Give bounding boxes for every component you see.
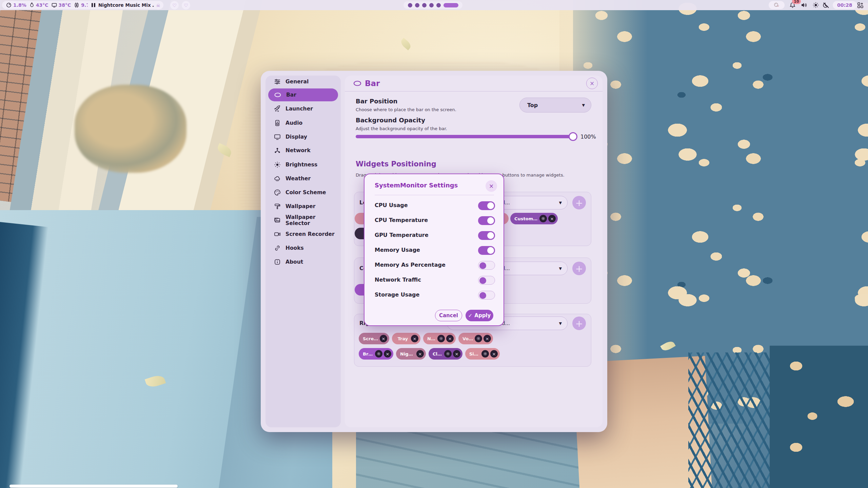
widget-settings-button[interactable]: [375, 350, 382, 358]
cancel-button[interactable]: Cancel: [435, 310, 462, 321]
chevron-down-icon: ▼: [559, 201, 562, 205]
workspace-dot[interactable]: [429, 3, 434, 7]
media-player-pill[interactable]: Nightcore Music Mix 20…: [87, 1, 163, 9]
toggle-cpu-usage[interactable]: [478, 201, 495, 210]
sidebar-item-weather[interactable]: Weather: [268, 172, 338, 185]
gear-icon: [377, 352, 381, 356]
monitor-icon: [52, 2, 57, 8]
apply-button[interactable]: ✓ Apply: [466, 310, 493, 321]
toggle-memory-usage[interactable]: [478, 246, 495, 255]
widget-remove-button[interactable]: ×: [446, 335, 454, 342]
widget-settings-button[interactable]: [481, 350, 489, 358]
sidebar-item-brightness[interactable]: Brightness: [268, 158, 338, 171]
widget-chip-custombutton[interactable]: CustomButt… ×: [510, 213, 558, 224]
widget-remove-button[interactable]: ×: [416, 350, 424, 358]
widget-chip-nightlight[interactable]: NightLight ×: [396, 348, 426, 360]
workspace-dot[interactable]: [422, 3, 427, 7]
brightness-button[interactable]: [811, 0, 821, 10]
check-icon: ✓: [468, 312, 473, 319]
toggle-knob: [479, 292, 486, 299]
widget-remove-button[interactable]: ×: [384, 350, 391, 358]
right-widgets-add-button[interactable]: +: [572, 317, 586, 330]
grid-plus-icon: [857, 2, 864, 8]
opacity-slider-knob[interactable]: [569, 132, 577, 141]
widget-remove-button[interactable]: ×: [411, 335, 418, 342]
info-icon: [274, 259, 281, 265]
widget-settings-button[interactable]: [444, 350, 452, 358]
workspace-active-dot[interactable]: [443, 3, 458, 7]
workspace-dot[interactable]: [436, 3, 441, 7]
sidebar-item-display[interactable]: Display: [268, 130, 338, 143]
workspace-dot[interactable]: [408, 3, 412, 7]
toggle-label-cpu-temperature: CPU Temperature: [375, 217, 428, 223]
close-icon: ×: [492, 351, 496, 357]
tray-app-icon: [774, 2, 780, 8]
toggle-gpu-temperature[interactable]: [478, 231, 495, 240]
sliders-icon: [274, 78, 281, 85]
widget-chip-notifications[interactable]: Notification… ×: [423, 333, 456, 344]
video-camera-icon: [274, 231, 281, 238]
chevron-down-icon: ▼: [559, 266, 562, 271]
close-icon: ×: [386, 351, 390, 357]
close-icon: ×: [486, 336, 489, 341]
clock[interactable]: 00:28: [833, 1, 857, 9]
left-widgets-add-button[interactable]: +: [572, 196, 586, 209]
volume-button[interactable]: [799, 0, 809, 10]
network-icon: [274, 147, 281, 154]
link-icon: [274, 245, 281, 251]
sidebar-item-general[interactable]: General: [268, 75, 338, 88]
sidebar-item-color-scheme[interactable]: Color Scheme: [268, 186, 338, 199]
bar-position-dropdown[interactable]: Top ▼: [519, 98, 591, 113]
widget-remove-button[interactable]: ×: [453, 350, 460, 358]
sidebar-item-about[interactable]: About: [268, 256, 338, 268]
sidebar-item-bar[interactable]: Bar: [268, 88, 338, 101]
sidebar-item-screen-recorder[interactable]: Screen Recorder: [268, 228, 338, 241]
widget-chip-tray[interactable]: Tray ×: [392, 333, 420, 344]
heart-button[interactable]: ♡: [182, 1, 190, 9]
sidebar-item-network[interactable]: Network: [268, 144, 338, 157]
window-close-button[interactable]: ×: [586, 78, 598, 89]
close-icon: ×: [455, 351, 459, 357]
chip-icon: [74, 2, 79, 8]
tray-app-button[interactable]: [769, 1, 785, 9]
modal-close-button[interactable]: ×: [486, 180, 497, 192]
sidebar-item-audio[interactable]: Audio: [268, 117, 338, 129]
widget-remove-button[interactable]: ×: [484, 335, 491, 342]
page-title: Bar: [365, 79, 380, 88]
widget-settings-button[interactable]: [539, 215, 547, 222]
widget-chip-sidepanel[interactable]: SidePanelT… ×: [465, 348, 500, 360]
widget-chip-clock[interactable]: Clock ×: [429, 348, 462, 360]
night-light-button[interactable]: [821, 0, 831, 10]
sidebar-item-launcher[interactable]: Launcher: [268, 102, 338, 115]
rocket-icon: [274, 105, 281, 112]
toggle-cpu-temperature[interactable]: [478, 216, 495, 225]
skull-button[interactable]: ☠: [154, 1, 162, 9]
widget-settings-button[interactable]: [475, 335, 482, 342]
widget-chip-volume[interactable]: Volume ×: [458, 333, 493, 344]
sidebar-item-hooks[interactable]: Hooks: [268, 242, 338, 255]
toggle-network-traffic[interactable]: [478, 276, 495, 285]
widget-remove-button[interactable]: ×: [490, 350, 498, 358]
widget-settings-button[interactable]: [437, 335, 445, 342]
toggle-memory-as-percentage[interactable]: [478, 261, 495, 270]
flame-icon: [29, 2, 34, 8]
widget-remove-button[interactable]: ×: [548, 215, 556, 222]
workspace-dot[interactable]: [415, 3, 419, 7]
speaker-box-icon: [274, 120, 281, 126]
sidebar-item-wallpaper[interactable]: Wallpaper: [268, 200, 338, 213]
widget-chip-screenrecorder[interactable]: ScreenReco… ×: [359, 333, 389, 344]
notifications-button[interactable]: 10: [787, 0, 797, 10]
toggle-knob: [479, 262, 486, 269]
center-widgets-add-button[interactable]: +: [572, 262, 586, 275]
heart-button[interactable]: ♡: [170, 1, 179, 9]
sidebar-item-wallpaper-selector[interactable]: Wallpaper Selector: [268, 214, 338, 227]
toggle-storage-usage[interactable]: [478, 291, 495, 300]
widget-chip-brightness[interactable]: Brightness ×: [359, 348, 393, 360]
workspace-indicator[interactable]: [403, 1, 462, 9]
widget-remove-button[interactable]: ×: [380, 335, 387, 342]
background-opacity-description: Adjust the background opacity of the bar…: [356, 126, 447, 131]
toggle-label-gpu-temperature: GPU Temperature: [375, 232, 429, 238]
dashboard-button[interactable]: [855, 0, 865, 10]
opacity-slider[interactable]: [356, 135, 575, 138]
heart-icon: ♡: [172, 3, 177, 8]
